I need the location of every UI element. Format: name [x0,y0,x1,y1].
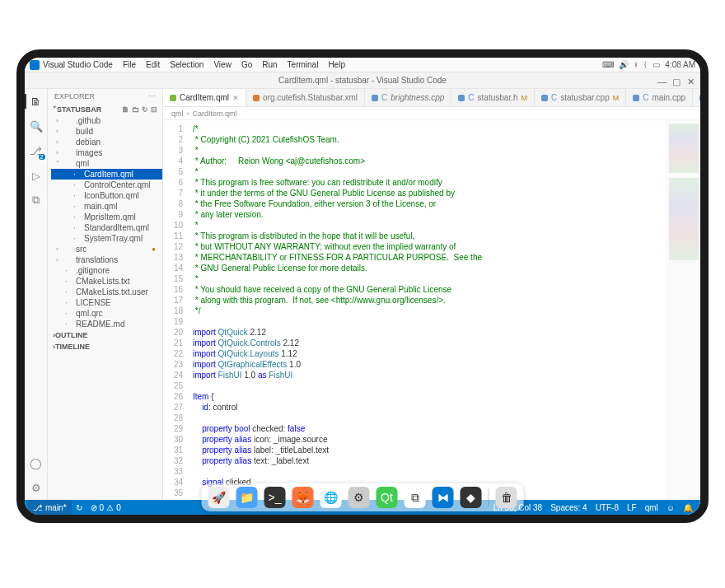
bell-icon[interactable]: 🔔 [679,503,697,512]
extensions-icon[interactable]: ⧉ [29,193,44,208]
volume-icon[interactable]: 🔊 [619,60,629,69]
menu-view[interactable]: View [213,60,232,69]
dock-screenshot[interactable]: ⧉ [405,487,426,508]
collapse-icon[interactable]: ⊟ [151,105,157,114]
file-item[interactable]: ·CardItem.qml [51,169,162,180]
explorer-icon[interactable]: 🗎 [29,94,44,109]
menu-run[interactable]: Run [262,60,277,69]
dock-qt[interactable]: Qt [377,487,398,508]
folder-item[interactable]: ›images [51,147,162,158]
breadcrumb[interactable]: qml › CardItem.qml [163,107,700,120]
dock-launcher[interactable]: 🚀 [208,487,230,508]
tab[interactable]: org.cutefish.Statusbar.xml [246,89,365,106]
minimap[interactable] [666,120,700,500]
menu-terminal[interactable]: Terminal [288,60,319,69]
activity-bar: 🗎 🔍 ⎇2 ▷ ⧉ ◯ ⚙ [25,89,48,500]
file-item[interactable]: ·IconButton.qml [51,190,162,201]
tab[interactable]: Cmain.cpp [626,89,693,106]
clock[interactable]: 4:08 AM [665,60,695,69]
bluetooth-icon[interactable]: ᚼ [634,60,638,69]
new-folder-icon[interactable]: 🗀 [132,105,139,114]
dock-terminal[interactable]: >_ [264,487,286,508]
timeline-section[interactable]: TIMELINE [55,343,90,351]
account-icon[interactable]: ◯ [29,455,44,470]
editor-tabs: CardItem.qml✕org.cutefish.Statusbar.xmlC… [163,89,700,107]
file-item[interactable]: ·main.qml [51,201,162,212]
folder-item[interactable]: ›build [51,126,162,137]
file-item[interactable]: ·MprisItem.qml [51,212,162,222]
file-item[interactable]: ·SystemTray.qml [51,233,162,244]
tab[interactable]: Cbrightness.cpp [365,89,451,106]
tab[interactable]: Cstatusbar.cppM [535,89,626,106]
maximize-button[interactable]: ▢ [672,77,681,85]
folder-item[interactable]: ›src● [51,244,162,254]
menu-file[interactable]: File [123,60,136,69]
line-gutter: 1234567891011121314151617181920212223242… [163,120,188,500]
tab[interactable]: Cbattery.h [693,89,700,106]
window-titlebar: CardItem.qml - statusbar - Visual Studio… [25,72,700,89]
folder-item[interactable]: ›.github [51,115,162,126]
file-item[interactable]: ·CMakeLists.txt.user [51,287,162,297]
tab[interactable]: Cstatusbar.hM [451,89,535,106]
menu-edit[interactable]: Edit [146,60,160,69]
more-icon[interactable]: ⋯ [148,92,156,100]
dock-trash[interactable]: 🗑 [496,487,517,508]
folder-item[interactable]: ˅qml [51,158,162,169]
minimize-button[interactable]: — [657,77,666,85]
dock-chrome[interactable]: 🌐 [320,487,342,508]
file-item[interactable]: ·qml.qrc [51,308,162,319]
dock-inkscape[interactable]: ◆ [461,487,482,508]
close-button[interactable]: ✕ [687,77,695,85]
dock: 🚀📁>_🦊🌐⚙Qt⧉⧓◆🗑 [202,483,524,511]
os-menubar: Visual Studio Code File Edit Selection V… [25,58,700,72]
code-editor[interactable]: 1234567891011121314151617181920212223242… [163,120,700,500]
sync-icon[interactable]: ↻ [72,503,87,512]
file-item[interactable]: ·README.md [51,319,162,329]
folder-item[interactable]: ›translations [51,254,162,265]
file-item[interactable]: ·.gitignore [51,265,162,276]
close-icon[interactable]: ✕ [232,94,239,102]
battery-icon[interactable]: ▭ [652,60,660,69]
tab[interactable]: CardItem.qml✕ [163,89,246,106]
errors[interactable]: ⊘ 0 ⚠ 0 [87,503,125,512]
app-name[interactable]: Visual Studio Code [43,60,113,69]
wifi-icon[interactable]: ⧙ [643,60,648,69]
menu-go[interactable]: Go [241,60,252,69]
folder-item[interactable]: ›debian [51,137,162,147]
settings-gear-icon[interactable]: ⚙ [29,480,44,495]
eol[interactable]: LF [623,503,641,512]
keyboard-icon[interactable]: ⌨ [602,60,614,69]
feedback-icon[interactable]: ☺ [662,503,679,512]
file-item[interactable]: ·CMakeLists.txt [51,276,162,287]
code-text[interactable]: /* * Copyright (C) 2021 CutefishOS Team.… [188,120,666,500]
search-icon[interactable]: 🔍 [29,119,44,133]
sidebar-explorer: EXPLORER ⋯ ˅ STATUSBAR 🗎 🗀 ↻ ⊟ ›.github›… [48,89,163,500]
dock-files[interactable]: 📁 [236,487,258,508]
menu-help[interactable]: Help [328,60,345,69]
dock-vscode[interactable]: ⧓ [433,487,454,508]
scm-icon[interactable]: ⎇2 [29,143,44,158]
encoding[interactable]: UTF-8 [592,503,623,512]
workspace-name: STATUSBAR [57,105,101,114]
outline-section[interactable]: OUTLINE [55,331,88,339]
language-mode[interactable]: qml [641,503,662,512]
file-item[interactable]: ·StandardItem.qml [51,222,162,233]
file-item[interactable]: ·LICENSE [51,297,162,308]
refresh-icon[interactable]: ↻ [142,105,148,114]
explorer-title: EXPLORER [54,92,95,100]
debug-icon[interactable]: ▷ [29,168,44,183]
menu-selection[interactable]: Selection [170,60,203,69]
window-title: CardItem.qml - statusbar - Visual Studio… [278,76,447,85]
dock-firefox[interactable]: 🦊 [292,487,314,508]
new-file-icon[interactable]: 🗎 [122,105,129,114]
git-branch[interactable]: ⎇ main* [28,500,72,515]
dock-settings[interactable]: ⚙ [348,487,370,508]
vscode-icon [30,60,40,70]
spaces[interactable]: Spaces: 4 [546,503,591,512]
file-item[interactable]: ·ControlCenter.qml [51,180,162,190]
